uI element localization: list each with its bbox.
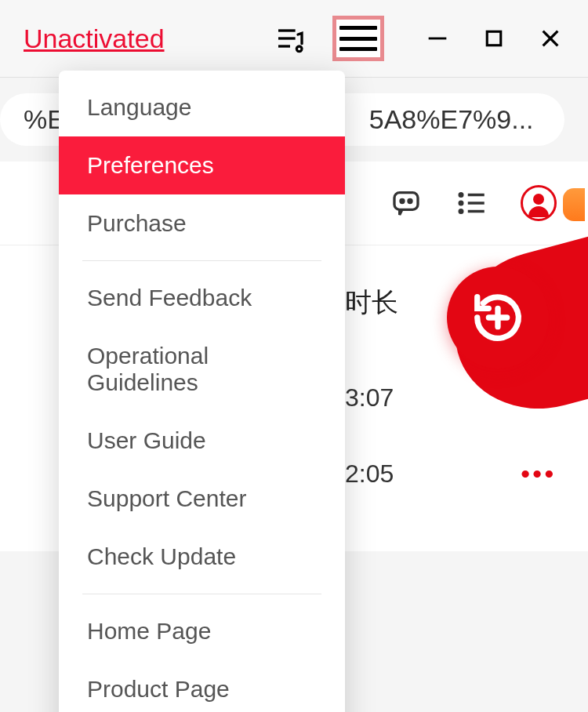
menu-item-purchase[interactable]: Purchase bbox=[59, 194, 345, 252]
svg-rect-7 bbox=[394, 193, 418, 210]
row-duration: 2:05 bbox=[345, 460, 394, 489]
menu-divider bbox=[82, 260, 321, 261]
fab-container bbox=[439, 259, 588, 408]
menu-item-send-feedback[interactable]: Send Feedback bbox=[59, 269, 345, 327]
menu-item-support-center[interactable]: Support Center bbox=[59, 470, 345, 528]
row-duration: 3:07 bbox=[345, 383, 394, 412]
menu-item-preferences[interactable]: Preferences bbox=[59, 136, 345, 194]
more-actions-icon[interactable]: ••• bbox=[521, 460, 557, 489]
svg-rect-4 bbox=[487, 31, 501, 45]
refresh-add-fab[interactable] bbox=[447, 267, 549, 369]
menu-item-language[interactable]: Language bbox=[59, 78, 345, 136]
maximize-button[interactable] bbox=[480, 24, 508, 53]
profile-avatar-icon[interactable] bbox=[521, 185, 557, 221]
menu-item-user-guide[interactable]: User Guide bbox=[59, 412, 345, 470]
svg-point-12 bbox=[459, 210, 463, 213]
close-button[interactable] bbox=[536, 24, 564, 53]
titlebar: Unactivated bbox=[0, 0, 588, 77]
minimize-button[interactable] bbox=[423, 24, 452, 53]
playlist-icon[interactable] bbox=[271, 20, 309, 57]
side-badge bbox=[563, 188, 585, 221]
menu-item-product-page[interactable]: Product Page bbox=[59, 660, 345, 712]
comment-icon[interactable] bbox=[389, 186, 423, 220]
activation-status-link[interactable]: Unactivated bbox=[24, 24, 165, 54]
menu-item-home-page[interactable]: Home Page bbox=[59, 602, 345, 660]
menu-item-operational-guidelines[interactable]: Operational Guidelines bbox=[59, 327, 345, 412]
settings-dropdown: Language Preferences Purchase Send Feedb… bbox=[59, 71, 345, 712]
svg-point-9 bbox=[408, 200, 412, 203]
url-fragment-right: 5A8%E7%9... bbox=[369, 104, 534, 134]
menu-item-check-update[interactable]: Check Update bbox=[59, 528, 345, 586]
window-controls bbox=[423, 24, 564, 53]
hamburger-icon bbox=[339, 23, 377, 54]
svg-point-10 bbox=[459, 194, 463, 197]
svg-point-11 bbox=[459, 202, 463, 205]
hamburger-menu-button[interactable] bbox=[332, 16, 384, 61]
svg-point-8 bbox=[401, 200, 404, 203]
menu-divider bbox=[82, 594, 321, 594]
list-icon[interactable] bbox=[455, 186, 489, 220]
